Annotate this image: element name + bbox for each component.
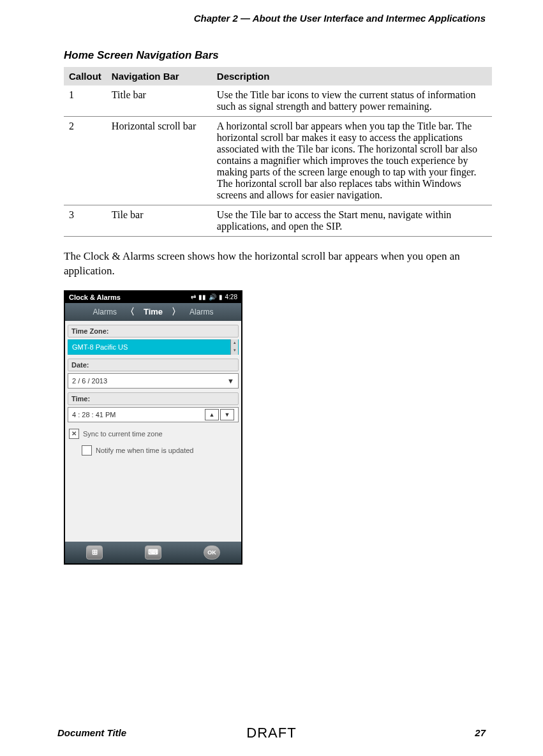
timezone-scrollbar[interactable]: ▴▾ xyxy=(230,339,238,355)
dropdown-icon[interactable]: ▼ xyxy=(227,377,234,385)
spin-up-icon[interactable]: ▲ xyxy=(205,409,219,420)
time-value: 4 : 28 : 41 PM xyxy=(72,411,115,419)
timezone-value: GMT-8 Pacific US xyxy=(72,343,128,351)
volume-icon: 🔊 xyxy=(209,293,216,300)
cell-callout: 3 xyxy=(64,205,107,237)
device-title-bar[interactable]: Clock & Alarms ⇄ ▮▮ 🔊 ▮ 4:28 xyxy=(65,292,241,303)
notify-label: Notify me when time is updated xyxy=(96,447,193,454)
page-number: 27 xyxy=(475,727,486,738)
signal-icon: ▮▮ xyxy=(198,293,206,300)
cell-desc: Use the Title bar icons to view the curr… xyxy=(212,85,492,117)
battery-icon: ▮ xyxy=(219,293,223,300)
tile-bar[interactable]: ⊞ ⌨ OK xyxy=(65,542,241,563)
date-label: Date: xyxy=(68,359,239,371)
chevron-left-icon[interactable]: 〈 xyxy=(126,306,135,318)
cell-name: Title bar xyxy=(107,85,212,117)
spin-down-icon[interactable]: ▼ xyxy=(220,409,234,420)
cell-callout: 1 xyxy=(64,85,107,117)
horizontal-scroll-bar[interactable]: Alarms 〈 Time 〉 Alarms xyxy=(65,303,241,321)
date-value: 2 / 6 / 2013 xyxy=(72,377,107,385)
section-title: Home Screen Navigation Bars xyxy=(64,49,486,62)
table-row: 1 Title bar Use the Title bar icons to v… xyxy=(64,85,492,117)
chapter-header: Chapter 2 — About the User Interface and… xyxy=(57,13,486,24)
draft-watermark: DRAFT xyxy=(246,725,296,741)
sync-checkbox[interactable] xyxy=(69,429,79,439)
device-body: Time Zone: GMT-8 Pacific US ▴▾ Date: 2 /… xyxy=(65,321,241,542)
cell-desc: Use the Tile bar to access the Start men… xyxy=(212,205,492,237)
notify-checkbox[interactable] xyxy=(82,445,92,456)
chevron-right-icon[interactable]: 〉 xyxy=(172,306,181,318)
col-callout: Callout xyxy=(64,67,107,85)
page-footer: Document Title DRAFT 27 xyxy=(57,727,486,738)
body-paragraph: The Clock & Alarms screen shows how the … xyxy=(64,249,486,279)
scroll-center-label: Time xyxy=(144,307,163,316)
table-row: 2 Horizontal scroll bar A horizontal scr… xyxy=(64,117,492,205)
time-field[interactable]: 4 : 28 : 41 PM ▲ ▼ xyxy=(68,407,239,422)
table-row: 3 Tile bar Use the Tile bar to access th… xyxy=(64,205,492,237)
device-screenshot: Clock & Alarms ⇄ ▮▮ 🔊 ▮ 4:28 Alarms 〈 Ti… xyxy=(64,290,242,565)
scroll-right-label: Alarms xyxy=(190,308,213,316)
connectivity-icon: ⇄ xyxy=(191,293,196,300)
cell-callout: 2 xyxy=(64,117,107,205)
col-navbar: Navigation Bar xyxy=(107,67,212,85)
timezone-select[interactable]: GMT-8 Pacific US ▴▾ xyxy=(68,339,239,355)
clock-text: 4:28 xyxy=(225,293,237,300)
time-label: Time: xyxy=(68,392,239,405)
cell-desc: A horizontal scroll bar appears when you… xyxy=(212,117,492,205)
keyboard-icon[interactable]: ⌨ xyxy=(145,545,161,560)
scroll-left-label: Alarms xyxy=(93,308,117,316)
date-field[interactable]: 2 / 6 / 2013 ▼ xyxy=(68,373,239,389)
navigation-bars-table: Callout Navigation Bar Description 1 Tit… xyxy=(64,67,492,237)
footer-doc-title: Document Title xyxy=(57,727,126,738)
device-app-title: Clock & Alarms xyxy=(69,293,121,301)
start-icon[interactable]: ⊞ xyxy=(86,545,103,560)
col-description: Description xyxy=(212,67,492,85)
timezone-label: Time Zone: xyxy=(68,325,239,337)
cell-name: Tile bar xyxy=(107,205,212,237)
ok-button[interactable]: OK xyxy=(204,545,220,560)
sync-label: Sync to current time zone xyxy=(83,430,163,438)
cell-name: Horizontal scroll bar xyxy=(107,117,212,205)
